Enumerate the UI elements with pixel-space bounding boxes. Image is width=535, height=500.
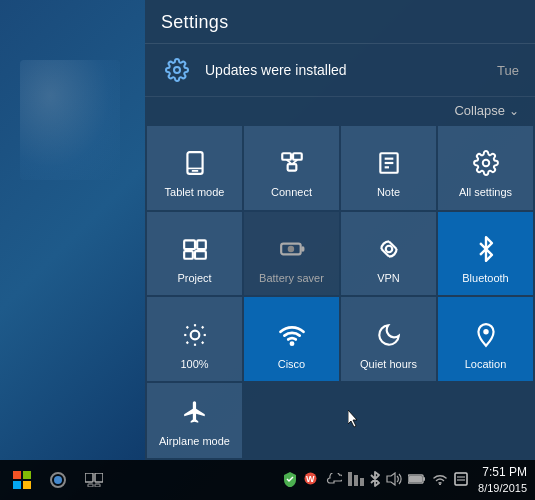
svg-point-24 bbox=[190, 330, 199, 339]
svg-rect-35 bbox=[13, 471, 21, 479]
taskbar-left bbox=[0, 460, 110, 500]
notification-content: Updates were installed bbox=[161, 54, 347, 86]
svg-rect-6 bbox=[287, 165, 296, 172]
tile-location-label: Location bbox=[465, 358, 507, 371]
battery-saver-icon bbox=[279, 236, 305, 266]
note-icon bbox=[376, 150, 402, 180]
action-center-icon[interactable] bbox=[454, 472, 468, 489]
svg-rect-4 bbox=[282, 154, 291, 161]
svg-point-33 bbox=[290, 342, 292, 344]
tile-vpn-label: VPN bbox=[377, 272, 400, 285]
tile-vpn[interactable]: VPN bbox=[341, 212, 436, 296]
quiet-hours-icon bbox=[376, 322, 402, 352]
svg-rect-3 bbox=[191, 171, 198, 173]
svg-rect-52 bbox=[409, 476, 422, 482]
onedrive-icon[interactable] bbox=[324, 473, 342, 488]
tile-brightness[interactable]: 100% bbox=[147, 297, 242, 381]
svg-rect-37 bbox=[13, 481, 21, 489]
svg-point-13 bbox=[482, 160, 489, 167]
tile-tablet-mode[interactable]: Tablet mode bbox=[147, 126, 242, 210]
svg-rect-47 bbox=[348, 472, 352, 486]
tile-project[interactable]: Project bbox=[147, 212, 242, 296]
svg-rect-49 bbox=[360, 478, 364, 486]
tablet-mode-icon bbox=[182, 150, 208, 180]
tile-battery-saver[interactable]: Battery saver bbox=[244, 212, 339, 296]
empty-tile-2 bbox=[341, 383, 436, 458]
clock-time: 7:51 PM bbox=[482, 464, 527, 481]
tile-bluetooth[interactable]: Bluetooth bbox=[438, 212, 533, 296]
svg-rect-17 bbox=[195, 251, 206, 259]
tile-connect[interactable]: Connect bbox=[244, 126, 339, 210]
taskbar-right: W bbox=[283, 464, 535, 496]
svg-line-32 bbox=[201, 326, 203, 328]
collapse-label: Collapse bbox=[454, 103, 505, 118]
svg-point-40 bbox=[54, 476, 62, 484]
connect-icon bbox=[279, 150, 305, 180]
empty-tile-3 bbox=[438, 383, 533, 458]
defender-icon[interactable] bbox=[283, 471, 297, 490]
svg-rect-55 bbox=[455, 473, 467, 485]
notification-day: Tue bbox=[497, 63, 519, 78]
svg-point-34 bbox=[483, 329, 488, 334]
svg-rect-14 bbox=[184, 240, 195, 249]
settings-header: Settings bbox=[145, 0, 535, 44]
svg-rect-41 bbox=[85, 473, 93, 482]
svg-rect-38 bbox=[23, 481, 31, 489]
tile-cisco-label: Cisco bbox=[278, 358, 306, 371]
action-center: Settings Updates were installed Tue Coll… bbox=[145, 0, 535, 460]
tile-all-settings-label: All settings bbox=[459, 186, 512, 199]
notification-area[interactable]: Updates were installed Tue bbox=[145, 44, 535, 97]
svg-rect-36 bbox=[23, 471, 31, 479]
quick-actions-grid: Tablet mode Connect bbox=[145, 124, 535, 383]
notification-text: Updates were installed bbox=[205, 62, 347, 78]
location-icon bbox=[473, 322, 499, 352]
tile-note[interactable]: Note bbox=[341, 126, 436, 210]
svg-rect-42 bbox=[95, 473, 103, 482]
svg-rect-16 bbox=[184, 251, 193, 259]
tile-cisco[interactable]: Cisco bbox=[244, 297, 339, 381]
svg-point-20 bbox=[287, 246, 294, 253]
clock[interactable]: 7:51 PM 8/19/2015 bbox=[478, 464, 527, 496]
tile-note-label: Note bbox=[377, 186, 400, 199]
bluetooth-taskbar-icon[interactable] bbox=[370, 471, 380, 490]
svg-rect-44 bbox=[95, 484, 100, 487]
volume-icon[interactable] bbox=[386, 472, 402, 489]
store-icon[interactable]: W bbox=[303, 471, 318, 489]
svg-rect-15 bbox=[197, 240, 206, 249]
notification-icon bbox=[161, 54, 193, 86]
tile-tablet-mode-label: Tablet mode bbox=[165, 186, 225, 199]
tile-location[interactable]: Location bbox=[438, 297, 533, 381]
battery-taskbar-icon[interactable] bbox=[408, 473, 426, 488]
svg-line-31 bbox=[186, 342, 188, 344]
svg-line-28 bbox=[201, 342, 203, 344]
tile-quiet-hours-label: Quiet hours bbox=[360, 358, 417, 371]
vpn-icon bbox=[376, 236, 402, 266]
settings-title: Settings bbox=[161, 12, 228, 32]
cortana-button[interactable] bbox=[42, 460, 74, 500]
task-view-button[interactable] bbox=[78, 460, 110, 500]
svg-marker-50 bbox=[387, 473, 395, 485]
brightness-icon bbox=[182, 322, 208, 352]
tile-bluetooth-label: Bluetooth bbox=[462, 272, 508, 285]
tile-airplane-mode[interactable]: Airplane mode bbox=[147, 383, 242, 458]
tile-battery-saver-label: Battery saver bbox=[259, 272, 324, 285]
svg-point-0 bbox=[174, 67, 180, 73]
svg-point-21 bbox=[385, 246, 392, 253]
svg-rect-48 bbox=[354, 475, 358, 486]
all-settings-icon bbox=[473, 150, 499, 180]
start-button[interactable] bbox=[6, 460, 38, 500]
chevron-down-icon: ⌄ bbox=[509, 104, 519, 118]
last-row: Airplane mode bbox=[145, 383, 535, 460]
tile-airplane-mode-label: Airplane mode bbox=[159, 435, 230, 448]
tile-connect-label: Connect bbox=[271, 186, 312, 199]
tile-brightness-label: 100% bbox=[180, 358, 208, 371]
svg-text:W: W bbox=[306, 474, 315, 484]
network-icon[interactable] bbox=[348, 472, 364, 489]
desktop: Settings Updates were installed Tue Coll… bbox=[0, 0, 535, 500]
tile-all-settings[interactable]: All settings bbox=[438, 126, 533, 210]
collapse-bar[interactable]: Collapse ⌄ bbox=[145, 97, 535, 124]
tile-quiet-hours[interactable]: Quiet hours bbox=[341, 297, 436, 381]
empty-tile-1 bbox=[244, 383, 339, 458]
svg-point-54 bbox=[439, 484, 441, 486]
wifi-taskbar-icon[interactable] bbox=[432, 472, 448, 488]
